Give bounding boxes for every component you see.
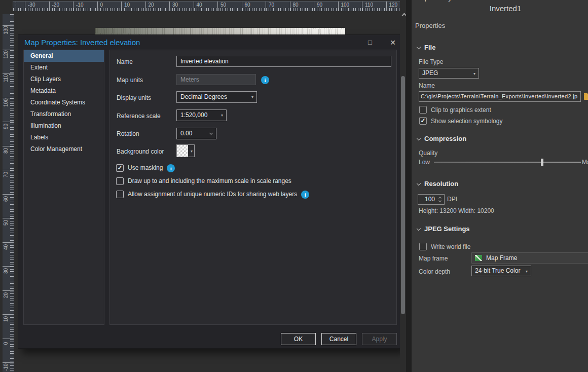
dpi-label: DPI	[447, 196, 457, 203]
ruler-left-cell: 20	[3, 290, 14, 315]
write-world-file-label: Write world file	[431, 243, 470, 250]
browse-folder-icon[interactable]	[584, 94, 588, 100]
ruler-left-cell: 100	[3, 98, 14, 122]
output-path-input[interactable]: C:\gis\Projects\Terrain\Terrain_Exports\…	[419, 91, 581, 102]
ruler-top-cell: -20	[49, 2, 74, 11]
chevron-down-icon	[417, 181, 421, 185]
sidebar-item-transformation[interactable]: Transformation	[24, 108, 104, 120]
quality-label: Quality	[419, 150, 437, 157]
ruler-lead-ticks	[13, 2, 25, 11]
maximize-button[interactable]: □	[364, 38, 376, 48]
file-type-dropdown[interactable]: JPEG▾	[419, 68, 479, 79]
checkbox[interactable]: ✓	[116, 164, 124, 172]
sidebar-item-coordinate-systems[interactable]: Coordinate Systems	[24, 97, 104, 108]
ruler-left-cell: 80	[3, 146, 14, 170]
chevron-down-icon	[417, 45, 421, 49]
ruler-left-cell: 0	[3, 339, 14, 363]
info-icon[interactable]: i	[301, 191, 309, 199]
ruler-left-cell: 110	[3, 73, 14, 98]
export-item-title: Inverted1	[412, 4, 588, 13]
dpi-spinner[interactable]: 100	[418, 194, 445, 205]
ruler-cursor-marker-h	[16, 2, 16, 11]
dialog-checkbox-row: Draw up to and including the maximum sca…	[116, 177, 296, 185]
info-icon[interactable]: i	[261, 76, 269, 84]
ruler-left-cell: 90	[3, 122, 14, 146]
resolution-section-header[interactable]: Resolution	[417, 180, 458, 188]
ruler-top-cell: 10	[121, 2, 145, 11]
write-world-file-checkbox[interactable]	[419, 243, 427, 250]
background-color-picker[interactable]: ▾	[176, 144, 195, 157]
size-text: Height: 13200 Width: 10200	[419, 207, 494, 214]
checkbox[interactable]	[116, 191, 124, 198]
pane-divider	[406, 0, 412, 372]
checkbox-label: Allow assignment of unique numeric IDs f…	[128, 191, 297, 198]
color-depth-label: Color depth	[419, 268, 450, 275]
scrollbar-thumb[interactable]	[401, 76, 405, 314]
quality-slider[interactable]	[434, 162, 581, 163]
ruler-top-cell: 120	[386, 2, 400, 11]
dialog-sidebar: GeneralExtentClip LayersMetadataCoordina…	[23, 50, 104, 325]
spinner-down-icon[interactable]	[438, 199, 442, 202]
sidebar-item-labels[interactable]: Labels	[24, 132, 104, 143]
map-frame-dropdown[interactable]: Map Frame	[471, 252, 588, 264]
quality-slider-thumb[interactable]	[541, 159, 543, 166]
sidebar-item-metadata[interactable]: Metadata	[24, 85, 104, 97]
sidebar-item-color-management[interactable]: Color Management	[24, 143, 104, 155]
dropdown-arrow-icon: ▾	[191, 148, 193, 153]
ruler-vertical: 1301201101009080706050403020100-10	[3, 14, 14, 372]
sidebar-item-illumination[interactable]: Illumination	[24, 120, 104, 132]
dialog-checkbox-row: ✓Use maskingi	[116, 164, 175, 172]
dialog-checkbox-row: Allow assignment of unique numeric IDs f…	[116, 190, 309, 198]
checkbox[interactable]	[116, 177, 124, 185]
canvas-scrollbar[interactable]	[400, 0, 406, 372]
display-units-dropdown[interactable]: Decimal Degrees▾	[176, 91, 257, 103]
background-color-label: Background color	[117, 148, 164, 155]
chevron-down-icon	[417, 227, 421, 231]
compression-section-header[interactable]: Compression	[417, 135, 466, 142]
export-pane: Export Layout Inverted1 Properties File …	[412, 0, 588, 372]
rotation-combo[interactable]: 0.00	[176, 128, 216, 139]
reference-scale-label: Reference scale	[117, 113, 161, 120]
ruler-top-cell: -10	[73, 2, 97, 11]
map-properties-dialog: Map Properties: Inverted elevation □ ✕ G…	[18, 34, 400, 349]
color-depth-dropdown[interactable]: 24-bit True Color▾	[471, 266, 531, 276]
transparent-swatch	[177, 145, 188, 157]
quality-max-label: Max	[582, 159, 588, 166]
ruler-left-cell: 120	[3, 50, 14, 74]
ruler-top-cell: 60	[242, 2, 266, 11]
dropdown-arrow-icon: ▾	[526, 266, 528, 276]
pane-heading: Export Layout	[416, 0, 463, 2]
sidebar-item-general[interactable]: General	[24, 50, 104, 62]
reference-scale-dropdown[interactable]: 1:520,000▾	[176, 109, 227, 121]
name-input[interactable]: Inverted elevation	[176, 56, 391, 67]
chevron-down-icon	[209, 131, 213, 135]
properties-label: Properties	[415, 22, 445, 29]
info-icon[interactable]: i	[167, 164, 175, 172]
ruler-top-cell: 70	[266, 2, 290, 11]
cancel-button[interactable]: Cancel	[321, 333, 356, 345]
clip-extent-checkbox[interactable]	[419, 106, 427, 114]
display-units-label: Display units	[117, 94, 151, 101]
ruler-left-cell: 10	[3, 314, 14, 339]
ruler-top-cell: 90	[314, 2, 338, 11]
chevron-down-icon	[417, 136, 421, 140]
file-section-header[interactable]: File	[417, 44, 435, 51]
ruler-top-cell: 20	[145, 2, 170, 11]
ok-button[interactable]: OK	[281, 333, 316, 345]
checkbox-label: Draw up to and including the maximum sca…	[128, 177, 291, 184]
file-type-label: File Type	[419, 58, 443, 65]
map-page-edge	[95, 28, 345, 34]
dialog-title: Map Properties: Inverted elevation	[24, 38, 140, 47]
name-label: Name	[117, 58, 133, 65]
close-button[interactable]: ✕	[387, 38, 398, 48]
clip-extent-label: Clip to graphics extent	[431, 106, 491, 114]
dropdown-arrow-icon: ▾	[473, 68, 475, 78]
sidebar-item-extent[interactable]: Extent	[24, 62, 104, 73]
sidebar-item-clip-layers[interactable]: Clip Layers	[24, 73, 104, 85]
jpeg-settings-section-header[interactable]: JPEG Settings	[417, 225, 470, 233]
rotation-label: Rotation	[117, 130, 139, 137]
show-selection-checkbox[interactable]: ✓	[419, 117, 427, 125]
dropdown-arrow-icon: ▾	[251, 92, 253, 102]
map-units-label: Map units	[117, 77, 143, 84]
ruler-left-cell: -10	[3, 362, 14, 372]
